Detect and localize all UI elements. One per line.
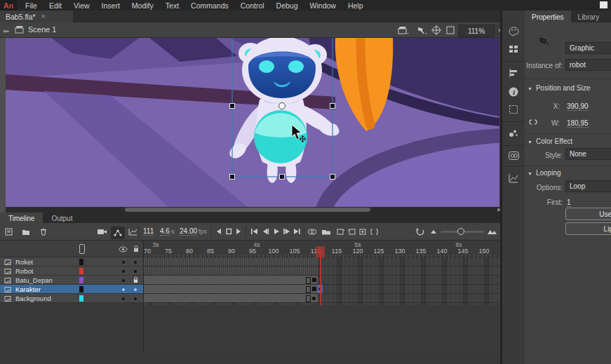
tab-properties[interactable]: Properties — [525, 11, 571, 22]
layer-visibility-dot[interactable] — [122, 288, 125, 291]
layer-row-robot[interactable]: Robot — [0, 267, 143, 276]
current-frame-counter[interactable]: 111 — [143, 227, 154, 236]
color-panel-icon[interactable] — [508, 26, 520, 37]
step-back-one-frame-button[interactable] — [261, 227, 270, 236]
layer-lock-dot[interactable] — [134, 288, 137, 291]
frame-span[interactable] — [144, 285, 318, 293]
step-forward-button[interactable] — [234, 227, 243, 236]
tab-output[interactable]: Output — [43, 213, 81, 223]
zoom-out-timeline-icon[interactable] — [429, 227, 438, 236]
menu-control[interactable]: Control — [241, 1, 264, 10]
x-value[interactable]: 390,90 — [567, 102, 589, 111]
frame-span[interactable] — [144, 294, 318, 302]
center-stage-button[interactable] — [431, 25, 443, 36]
layer-depth-button[interactable] — [128, 227, 137, 236]
transform-panel-icon[interactable] — [508, 105, 520, 116]
layer-visibility-dot[interactable] — [122, 279, 125, 282]
motion-editor-panel-icon[interactable] — [508, 173, 520, 184]
insert-blank-keyframe-button[interactable] — [347, 227, 356, 236]
span-brackets-button[interactable] — [370, 227, 379, 236]
layer-lock-dot[interactable] — [134, 270, 137, 273]
color-effect-section-header[interactable]: ▼Color Effect — [528, 137, 572, 145]
frame-span[interactable] — [144, 276, 318, 284]
menu-window[interactable]: Window — [310, 1, 336, 10]
stage-hscroll-thumb[interactable] — [125, 208, 370, 212]
menu-edit[interactable]: Edit — [49, 1, 62, 10]
frame-row-roket[interactable] — [144, 257, 500, 267]
position-size-section-header[interactable]: ▼Position and Size — [528, 84, 590, 92]
menu-modify[interactable]: Modify — [132, 1, 154, 10]
layer-visibility-dot[interactable] — [122, 261, 125, 264]
cc-libraries-panel-icon[interactable] — [508, 151, 520, 162]
layer-lock-dot[interactable] — [134, 261, 137, 264]
looping-section-header[interactable]: ▼Looping — [528, 169, 561, 177]
transform-point[interactable] — [279, 103, 286, 109]
menu-text[interactable]: Text — [166, 1, 179, 10]
tab-library[interactable]: Library — [571, 11, 607, 22]
go-to-last-frame-button[interactable] — [293, 227, 302, 236]
close-icon[interactable]: × — [41, 13, 46, 20]
menu-debug[interactable]: Debug — [276, 1, 298, 10]
zoom-in-timeline-icon[interactable] — [487, 227, 498, 236]
menu-insert[interactable]: Insert — [102, 1, 120, 10]
layer-lock-dot[interactable] — [134, 297, 137, 300]
first-frame-value[interactable]: 1 — [567, 198, 571, 207]
instance-of-field[interactable]: robot — [565, 59, 611, 71]
document-tab[interactable]: Bab5.fla* × — [0, 11, 73, 22]
frame-span[interactable] — [144, 267, 318, 275]
layer-parenting-button[interactable] — [111, 227, 125, 239]
frame-rows[interactable] — [144, 257, 500, 305]
delete-layer-button[interactable] — [39, 227, 48, 236]
layer-row-batu_depan[interactable]: Batu_Depan — [0, 276, 143, 285]
selection-handle-right[interactable] — [330, 104, 335, 109]
brush-library-panel-icon[interactable] — [508, 128, 520, 140]
selection-handle-bottom-left[interactable] — [230, 175, 235, 180]
info-panel-icon[interactable]: i — [508, 86, 520, 97]
layer-visibility-dot[interactable] — [122, 270, 125, 273]
stage-horizontal-scrollbar[interactable] — [6, 207, 494, 213]
clip-content-button[interactable] — [445, 25, 457, 36]
align-panel-icon[interactable] — [508, 68, 520, 79]
menu-view[interactable]: View — [74, 1, 90, 10]
stage-canvas[interactable] — [6, 38, 499, 207]
w-value[interactable]: 180,95 — [567, 119, 589, 128]
layer-lock-icon[interactable] — [133, 276, 139, 283]
frame-span[interactable] — [144, 257, 318, 266]
camera-button[interactable] — [97, 227, 108, 236]
step-forward-one-frame-button[interactable] — [282, 227, 291, 236]
use-frame-picker-button[interactable]: Use Fra — [565, 208, 611, 220]
tab-timeline[interactable]: Timeline — [0, 213, 43, 223]
menu-file[interactable]: File — [25, 1, 37, 10]
timeline-zoom-slider-knob[interactable] — [457, 228, 464, 235]
lip-syncing-button[interactable]: Lip S — [565, 222, 611, 235]
go-to-first-frame-button[interactable] — [250, 227, 259, 236]
selection-handle-bottom-center[interactable] — [280, 175, 285, 180]
reset-timeline-zoom-button[interactable] — [415, 227, 425, 236]
layer-row-roket[interactable]: Roket — [0, 257, 143, 267]
visibility-column-eye-icon[interactable] — [119, 246, 128, 252]
frame-row-background[interactable] — [144, 294, 500, 303]
insert-keyframe-button[interactable] — [336, 227, 345, 236]
back-arrow-icon[interactable]: ⬅ — [3, 27, 9, 36]
layer-visibility-dot[interactable] — [122, 297, 125, 300]
layer-row-karakter[interactable]: Karakter — [0, 285, 143, 294]
edit-scene-button[interactable] — [397, 25, 410, 36]
new-layer-button[interactable] — [4, 227, 14, 236]
symbol-type-dropdown[interactable]: Graphic — [565, 42, 611, 54]
frames-pane[interactable]: 3s4s5s6s70758085909510010511011512012513… — [144, 241, 500, 353]
onion-skin-button[interactable] — [307, 227, 318, 236]
selection-handle-left[interactable] — [230, 104, 235, 109]
zoom-level-field[interactable]: 111% — [458, 25, 495, 37]
new-folder-button[interactable] — [21, 227, 31, 236]
layer-row-background[interactable]: Background — [0, 294, 143, 303]
auto-keyframe-button[interactable] — [358, 227, 368, 236]
style-dropdown[interactable]: None — [565, 148, 611, 160]
frame-row-batu_depan[interactable] — [144, 276, 500, 285]
menu-help[interactable]: Help — [348, 1, 363, 10]
swatches-panel-icon[interactable] — [508, 44, 520, 55]
selection-handle-bottom-right[interactable] — [330, 175, 335, 180]
frame-row-karakter[interactable] — [144, 285, 500, 294]
elapsed-time[interactable]: 4.6s — [160, 227, 174, 236]
menu-commands[interactable]: Commands — [191, 1, 229, 10]
edit-multiple-frames-button[interactable] — [321, 227, 332, 236]
